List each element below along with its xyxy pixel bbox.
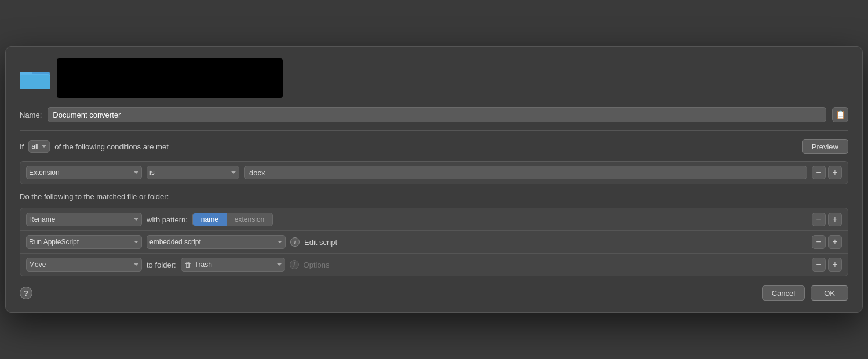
- remove-condition-button[interactable]: −: [812, 166, 826, 179]
- add-rename-button[interactable]: +: [828, 213, 842, 226]
- conditions-left: If all of the following conditions are m…: [20, 140, 169, 153]
- with-pattern-label: with pattern:: [147, 215, 188, 224]
- action-row-applescript: Run AppleScript embedded script i Edit s…: [20, 231, 848, 254]
- condition-row: Extension is − +: [20, 161, 848, 184]
- pattern-name-button[interactable]: name: [193, 213, 227, 226]
- name-row: Name: 📋: [20, 107, 848, 131]
- move-action-select[interactable]: Move: [26, 258, 142, 272]
- to-folder-label: to folder:: [147, 261, 176, 269]
- options-info-icon[interactable]: i: [290, 260, 299, 269]
- remove-move-button[interactable]: −: [812, 258, 826, 272]
- remove-applescript-button[interactable]: −: [812, 235, 826, 249]
- footer: ? Cancel OK: [20, 285, 848, 301]
- add-applescript-button[interactable]: +: [828, 235, 842, 249]
- action-row-move: Move to folder: 🗑 Trash i Options − +: [20, 254, 848, 276]
- rename-buttons: − +: [812, 213, 842, 226]
- name-input[interactable]: [48, 107, 826, 122]
- dialog-window: Name: 📋 If all of the following conditio…: [5, 46, 863, 313]
- remove-rename-button[interactable]: −: [812, 213, 826, 226]
- name-icon-button[interactable]: 📋: [832, 107, 848, 122]
- name-label: Name:: [20, 111, 42, 119]
- rename-action-select[interactable]: Rename: [26, 213, 142, 226]
- condition-value-input[interactable]: [244, 166, 807, 179]
- cancel-button[interactable]: Cancel: [762, 285, 805, 301]
- title-redacted: [57, 58, 283, 98]
- script-info-icon[interactable]: i: [290, 237, 300, 247]
- if-label: If: [20, 142, 24, 151]
- footer-buttons: Cancel OK: [762, 285, 848, 301]
- actions-header-text: Do the following to the matched file or …: [20, 192, 848, 201]
- pattern-toggle: name extension: [192, 213, 273, 226]
- move-buttons: − +: [812, 258, 842, 272]
- trash-icon: 🗑: [185, 261, 192, 269]
- edit-script-label[interactable]: Edit script: [304, 238, 337, 247]
- folder-select[interactable]: 🗑 Trash: [181, 258, 285, 272]
- ok-button[interactable]: OK: [811, 285, 848, 301]
- add-move-button[interactable]: +: [828, 258, 842, 272]
- add-condition-button[interactable]: +: [828, 166, 842, 179]
- conditions-all-select[interactable]: all: [28, 140, 50, 153]
- applescript-action-select[interactable]: Run AppleScript: [26, 235, 142, 249]
- preview-button[interactable]: Preview: [802, 139, 848, 154]
- condition-operator-select[interactable]: is: [147, 166, 239, 179]
- folder-name-text: Trash: [195, 261, 212, 269]
- folder-icon: [20, 66, 50, 90]
- action-row-rename: Rename with pattern: name extension − +: [20, 208, 848, 231]
- action-rows-container: Rename with pattern: name extension − + …: [20, 208, 848, 276]
- pattern-extension-button[interactable]: extension: [227, 213, 272, 226]
- help-button[interactable]: ?: [20, 287, 32, 299]
- applescript-buttons: − +: [812, 235, 842, 249]
- conditions-header: If all of the following conditions are m…: [20, 139, 848, 154]
- svg-rect-3: [20, 75, 50, 89]
- header-row: [20, 58, 848, 98]
- script-select[interactable]: embedded script: [147, 235, 286, 249]
- condition-attribute-select[interactable]: Extension: [26, 166, 142, 179]
- document-icon: 📋: [836, 110, 845, 119]
- conditions-suffix: of the following conditions are met: [54, 142, 169, 151]
- condition-buttons: − +: [812, 166, 842, 179]
- options-label[interactable]: Options: [304, 261, 330, 269]
